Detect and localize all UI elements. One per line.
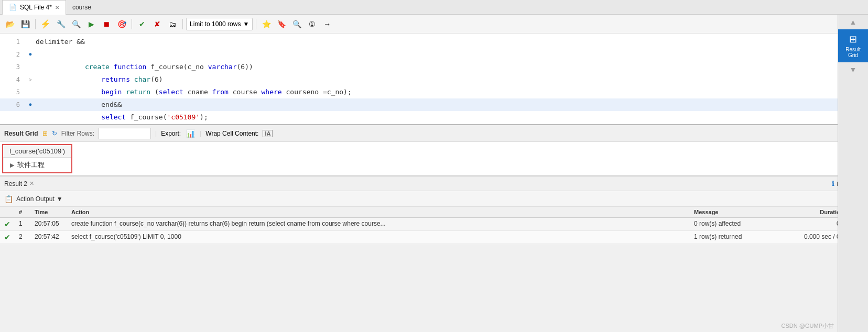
- output-table-row-1[interactable]: ✔ 1 20:57:05 create function f_course(c_…: [0, 218, 868, 231]
- right-sidebar: ▲ ⊞ Result Grid ▼: [838, 15, 868, 332]
- result2-tab-label: Result 2: [4, 180, 27, 187]
- success-icon-1: ✔: [4, 220, 10, 228]
- line-num-6: 6: [0, 98, 26, 111]
- export-label: Export:: [161, 130, 181, 137]
- tab-course[interactable]: course: [66, 0, 97, 15]
- code-line-2: 2 ● create function f_course(c_no varcha…: [0, 48, 868, 61]
- param-btn[interactable]: ①: [305, 17, 319, 31]
- search-btn[interactable]: 🔍: [69, 17, 83, 31]
- editor-main: 1 delimiter && 2 ● create function f_cou…: [0, 34, 868, 332]
- line-dot-6: ●: [26, 98, 35, 111]
- limit-arrow: ▼: [243, 20, 249, 28]
- line-num-1: 1: [0, 36, 26, 48]
- result-grid-sidebar-label: Result Grid: [845, 47, 860, 58]
- filter-label: Filter Rows:: [61, 130, 94, 137]
- result2-tab[interactable]: Result 2 ✕: [4, 180, 34, 187]
- line-dot-2: ●: [26, 48, 35, 61]
- result2-close-icon[interactable]: ✕: [29, 180, 34, 187]
- code-line-6: 6 ● select f_course('c05109');: [0, 98, 868, 111]
- run-btn[interactable]: ▶: [84, 17, 98, 31]
- row-arrow-icon: ▶: [10, 162, 14, 169]
- format-btn[interactable]: 🔧: [54, 17, 68, 31]
- col-header-1: f_course('c05109'): [3, 145, 72, 158]
- sep4: [256, 19, 256, 29]
- filter-input[interactable]: [99, 128, 151, 139]
- action-output-dropdown[interactable]: Action Output ▼: [16, 195, 63, 203]
- sep-wrap: |: [200, 130, 201, 137]
- export-excel-btn[interactable]: 📊: [185, 128, 196, 139]
- limit-dropdown[interactable]: Limit to 1000 rows ▼: [186, 18, 253, 30]
- sidebar-scroll-up[interactable]: ▲: [838, 15, 868, 29]
- output-table-row-2[interactable]: ✔ 2 20:57:42 select f_course('c05109') L…: [0, 231, 868, 244]
- th-status: [0, 207, 15, 218]
- result-table: f_course('c05109') ▶ 软件工程: [2, 144, 72, 173]
- th-message: Message: [690, 207, 774, 218]
- tab-sql-icon: 📄: [9, 4, 17, 11]
- bookmark-btn[interactable]: ⭐: [259, 17, 273, 31]
- success-icon-2: ✔: [4, 233, 10, 241]
- tab-close-icon[interactable]: ✕: [55, 5, 59, 10]
- cancel-btn[interactable]: ✘: [150, 17, 164, 31]
- output-doc-icon: 📋: [4, 195, 13, 203]
- code-editor[interactable]: 1 delimiter && 2 ● create function f_cou…: [0, 34, 868, 125]
- result-grid-section: Result Grid ⊞ ↻ Filter Rows: | Export: 📊…: [0, 125, 868, 176]
- status-1: ✔: [0, 218, 15, 231]
- grid-icon: ⊞: [42, 130, 48, 137]
- wrap-label: Wrap Cell Content:: [205, 130, 258, 137]
- line-content-1: delimiter &&: [35, 36, 868, 48]
- check-btn[interactable]: ✔: [135, 17, 149, 31]
- row-data: 软件工程: [17, 160, 45, 170]
- tab-course-label: course: [72, 4, 91, 11]
- row-action-2: select f_course('c05109') LIMIT 0, 1000: [67, 231, 690, 244]
- bookmark2-btn[interactable]: 🔖: [275, 17, 288, 31]
- output-section: Result 2 ✕ ℹ Read Only 📋 Action Output ▼: [0, 176, 868, 244]
- code-line-4: 4 ▷ begin return (select cname from cour…: [0, 73, 868, 86]
- th-time: Time: [30, 207, 67, 218]
- line-num-4: 4: [0, 73, 26, 86]
- export-btn[interactable]: →: [320, 17, 334, 31]
- open-file-btn[interactable]: 📂: [3, 17, 17, 31]
- limit-label: Limit to 1000 rows: [190, 20, 241, 28]
- row-message-1: 0 row(s) affected: [690, 218, 774, 231]
- code-line-3: 3 returns char(6): [0, 61, 868, 73]
- result-grid-toolbar: Result Grid ⊞ ↻ Filter Rows: | Export: 📊…: [0, 125, 868, 142]
- code-line-5: 5 end&&: [0, 86, 868, 98]
- find-btn[interactable]: 🔍: [290, 17, 303, 31]
- line-dot-4: ▷: [26, 73, 35, 86]
- result-grid-sidebar-btn[interactable]: ⊞ Result Grid: [838, 29, 868, 62]
- stop-btn[interactable]: ⏹: [100, 17, 113, 31]
- output-header-row: # Time Action Message Duration / Fetch: [0, 207, 868, 218]
- row-arrow-cell: ▶ 软件工程: [3, 158, 71, 172]
- tab-bar: 📄 SQL File 4* ✕ course: [0, 0, 868, 15]
- th-action: Action: [67, 207, 690, 218]
- tab-sql-file[interactable]: 📄 SQL File 4* ✕: [2, 0, 66, 15]
- schema-btn[interactable]: 🗂: [166, 17, 179, 31]
- output-data-table: # Time Action Message Duration / Fetch ✔…: [0, 207, 868, 244]
- execute-btn[interactable]: ⚡: [39, 17, 52, 31]
- wrap-icon: IA: [263, 130, 273, 137]
- toolbar: 📂 💾 ⚡ 🔧 🔍 ▶ ⏹ 🎯 ✔ ✘ 🗂 Limit to 1000 rows…: [0, 15, 868, 34]
- status-2: ✔: [0, 231, 15, 244]
- target-btn[interactable]: 🎯: [115, 17, 128, 31]
- table-row[interactable]: ▶ 软件工程: [3, 158, 72, 173]
- info-icon: ℹ: [832, 180, 834, 187]
- tab-sql-label: SQL File 4*: [20, 4, 52, 11]
- output-tab-bar: Result 2 ✕ ℹ Read Only: [0, 176, 868, 191]
- save-btn[interactable]: 💾: [18, 17, 32, 31]
- sep3: [182, 19, 183, 29]
- refresh-icon[interactable]: ↻: [52, 130, 57, 137]
- row-num-2: 2: [15, 231, 30, 244]
- editor-sidebar-container: 1 delimiter && 2 ● create function f_cou…: [0, 34, 868, 332]
- line-num-5: 5: [0, 86, 26, 98]
- code-line-1: 1 delimiter &&: [0, 36, 868, 48]
- main-container: 📄 SQL File 4* ✕ course 📂 💾 ⚡ 🔧 🔍 ▶ ⏹ 🎯 ✔…: [0, 0, 868, 332]
- action-output-label: Action Output: [16, 195, 55, 203]
- result-grid-content: f_course('c05109') ▶ 软件工程: [0, 142, 868, 175]
- row-message-2: 1 row(s) returned: [690, 231, 774, 244]
- row-num-1: 1: [15, 218, 30, 231]
- row-action-1: create function f_course(c_no varchar(6)…: [67, 218, 690, 231]
- sidebar-scroll-down[interactable]: ▼: [838, 62, 868, 77]
- watermark: CSDN @GUMP小甘: [782, 322, 834, 330]
- result-grid-label: Result Grid: [4, 130, 38, 137]
- row-time-1: 20:57:05: [30, 218, 67, 231]
